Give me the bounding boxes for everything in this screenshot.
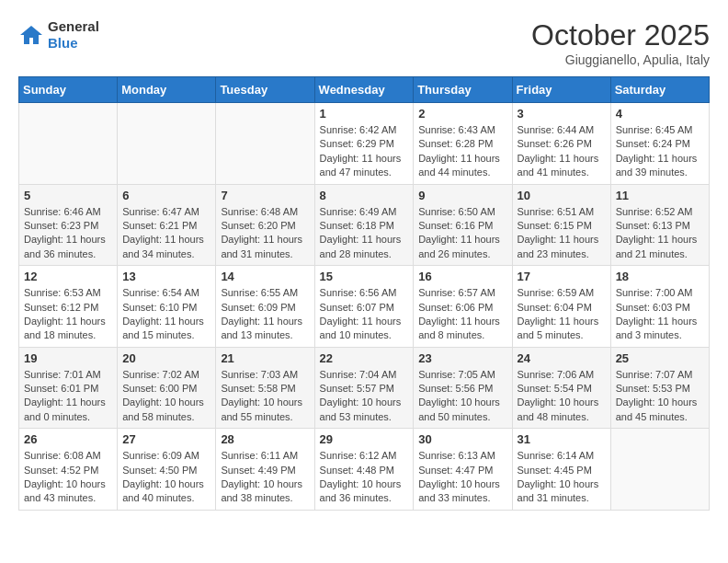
day-cell: 2Sunrise: 6:43 AM Sunset: 6:28 PM Daylig… bbox=[414, 103, 512, 185]
logo: General Blue bbox=[18, 18, 99, 52]
day-cell: 27Sunrise: 6:09 AM Sunset: 4:50 PM Dayli… bbox=[118, 429, 216, 511]
day-number: 7 bbox=[221, 189, 309, 202]
weekday-header-row: SundayMondayTuesdayWednesdayThursdayFrid… bbox=[19, 77, 710, 103]
day-info: Sunrise: 6:51 AM Sunset: 6:15 PM Dayligh… bbox=[518, 205, 606, 262]
day-info: Sunrise: 6:55 AM Sunset: 6:09 PM Dayligh… bbox=[221, 286, 309, 343]
weekday-header-friday: Friday bbox=[512, 77, 610, 103]
day-info: Sunrise: 7:00 AM Sunset: 6:03 PM Dayligh… bbox=[616, 286, 704, 343]
day-cell: 26Sunrise: 6:08 AM Sunset: 4:52 PM Dayli… bbox=[19, 429, 118, 511]
day-number: 25 bbox=[616, 351, 704, 365]
day-number: 24 bbox=[518, 351, 606, 365]
day-cell: 22Sunrise: 7:04 AM Sunset: 5:57 PM Dayli… bbox=[314, 347, 414, 429]
day-info: Sunrise: 7:06 AM Sunset: 5:54 PM Dayligh… bbox=[518, 368, 606, 425]
logo-icon bbox=[18, 22, 44, 48]
day-number: 27 bbox=[122, 432, 210, 446]
day-cell bbox=[118, 103, 216, 185]
day-info: Sunrise: 7:05 AM Sunset: 5:56 PM Dayligh… bbox=[418, 368, 506, 425]
day-cell: 18Sunrise: 7:00 AM Sunset: 6:03 PM Dayli… bbox=[610, 266, 709, 348]
day-info: Sunrise: 6:12 AM Sunset: 4:48 PM Dayligh… bbox=[320, 449, 409, 506]
week-row-1: 1Sunrise: 6:42 AM Sunset: 6:29 PM Daylig… bbox=[19, 103, 710, 185]
day-info: Sunrise: 6:09 AM Sunset: 4:50 PM Dayligh… bbox=[122, 449, 210, 506]
day-cell: 19Sunrise: 7:01 AM Sunset: 6:01 PM Dayli… bbox=[19, 347, 118, 429]
day-number: 2 bbox=[418, 107, 506, 121]
day-cell: 9Sunrise: 6:50 AM Sunset: 6:16 PM Daylig… bbox=[414, 184, 512, 266]
day-cell: 10Sunrise: 6:51 AM Sunset: 6:15 PM Dayli… bbox=[512, 184, 610, 266]
day-number: 1 bbox=[320, 107, 409, 121]
day-info: Sunrise: 6:46 AM Sunset: 6:23 PM Dayligh… bbox=[24, 205, 112, 262]
day-number: 3 bbox=[518, 107, 606, 121]
day-cell: 16Sunrise: 6:57 AM Sunset: 6:06 PM Dayli… bbox=[414, 266, 512, 348]
day-number: 8 bbox=[320, 189, 409, 202]
day-cell: 4Sunrise: 6:45 AM Sunset: 6:24 PM Daylig… bbox=[610, 103, 709, 185]
location: Giuggianello, Apulia, Italy bbox=[531, 52, 710, 67]
day-number: 30 bbox=[418, 432, 506, 446]
weekday-header-thursday: Thursday bbox=[414, 77, 512, 103]
day-cell: 1Sunrise: 6:42 AM Sunset: 6:29 PM Daylig… bbox=[314, 103, 414, 185]
day-cell: 20Sunrise: 7:02 AM Sunset: 6:00 PM Dayli… bbox=[118, 347, 216, 429]
logo-general-text: General bbox=[48, 18, 99, 35]
day-cell: 6Sunrise: 6:47 AM Sunset: 6:21 PM Daylig… bbox=[118, 184, 216, 266]
day-info: Sunrise: 6:43 AM Sunset: 6:28 PM Dayligh… bbox=[418, 123, 506, 180]
day-number: 31 bbox=[518, 432, 606, 446]
day-number: 21 bbox=[221, 351, 309, 365]
day-info: Sunrise: 6:14 AM Sunset: 4:45 PM Dayligh… bbox=[518, 449, 606, 506]
day-info: Sunrise: 6:42 AM Sunset: 6:29 PM Dayligh… bbox=[320, 123, 409, 180]
day-info: Sunrise: 6:50 AM Sunset: 6:16 PM Dayligh… bbox=[418, 205, 506, 262]
day-cell: 8Sunrise: 6:49 AM Sunset: 6:18 PM Daylig… bbox=[314, 184, 414, 266]
weekday-header-monday: Monday bbox=[118, 77, 216, 103]
day-info: Sunrise: 6:08 AM Sunset: 4:52 PM Dayligh… bbox=[24, 449, 112, 506]
day-info: Sunrise: 6:11 AM Sunset: 4:49 PM Dayligh… bbox=[221, 449, 309, 506]
day-number: 22 bbox=[320, 351, 409, 365]
day-number: 19 bbox=[24, 351, 112, 365]
day-number: 12 bbox=[24, 270, 112, 283]
day-info: Sunrise: 7:04 AM Sunset: 5:57 PM Dayligh… bbox=[320, 368, 409, 425]
day-info: Sunrise: 6:47 AM Sunset: 6:21 PM Dayligh… bbox=[122, 205, 210, 262]
day-info: Sunrise: 6:13 AM Sunset: 4:47 PM Dayligh… bbox=[418, 449, 506, 506]
day-info: Sunrise: 6:49 AM Sunset: 6:18 PM Dayligh… bbox=[320, 205, 409, 262]
day-number: 18 bbox=[616, 270, 704, 283]
day-number: 11 bbox=[616, 189, 704, 202]
day-info: Sunrise: 6:59 AM Sunset: 6:04 PM Dayligh… bbox=[518, 286, 606, 343]
day-number: 5 bbox=[24, 189, 112, 202]
day-cell: 31Sunrise: 6:14 AM Sunset: 4:45 PM Dayli… bbox=[512, 429, 610, 511]
day-cell bbox=[19, 103, 118, 185]
day-cell: 28Sunrise: 6:11 AM Sunset: 4:49 PM Dayli… bbox=[216, 429, 314, 511]
day-number: 17 bbox=[518, 270, 606, 283]
day-cell: 3Sunrise: 6:44 AM Sunset: 6:26 PM Daylig… bbox=[512, 103, 610, 185]
page-header: General Blue October 2025 Giuggianello, … bbox=[18, 18, 710, 67]
day-cell: 24Sunrise: 7:06 AM Sunset: 5:54 PM Dayli… bbox=[512, 347, 610, 429]
day-info: Sunrise: 6:54 AM Sunset: 6:10 PM Dayligh… bbox=[122, 286, 210, 343]
day-cell: 25Sunrise: 7:07 AM Sunset: 5:53 PM Dayli… bbox=[610, 347, 709, 429]
day-info: Sunrise: 6:44 AM Sunset: 6:26 PM Dayligh… bbox=[518, 123, 606, 180]
weekday-header-tuesday: Tuesday bbox=[216, 77, 314, 103]
day-cell: 23Sunrise: 7:05 AM Sunset: 5:56 PM Dayli… bbox=[414, 347, 512, 429]
day-info: Sunrise: 6:52 AM Sunset: 6:13 PM Dayligh… bbox=[616, 205, 704, 262]
day-cell: 21Sunrise: 7:03 AM Sunset: 5:58 PM Dayli… bbox=[216, 347, 314, 429]
day-number: 14 bbox=[221, 270, 309, 283]
week-row-4: 19Sunrise: 7:01 AM Sunset: 6:01 PM Dayli… bbox=[19, 347, 710, 429]
day-number: 15 bbox=[320, 270, 409, 283]
weekday-header-wednesday: Wednesday bbox=[314, 77, 414, 103]
week-row-5: 26Sunrise: 6:08 AM Sunset: 4:52 PM Dayli… bbox=[19, 429, 710, 511]
week-row-2: 5Sunrise: 6:46 AM Sunset: 6:23 PM Daylig… bbox=[19, 184, 710, 266]
week-row-3: 12Sunrise: 6:53 AM Sunset: 6:12 PM Dayli… bbox=[19, 266, 710, 348]
day-info: Sunrise: 7:03 AM Sunset: 5:58 PM Dayligh… bbox=[221, 368, 309, 425]
day-info: Sunrise: 7:01 AM Sunset: 6:01 PM Dayligh… bbox=[24, 368, 112, 425]
day-cell: 15Sunrise: 6:56 AM Sunset: 6:07 PM Dayli… bbox=[314, 266, 414, 348]
day-info: Sunrise: 7:02 AM Sunset: 6:00 PM Dayligh… bbox=[122, 368, 210, 425]
day-cell bbox=[216, 103, 314, 185]
month-title: October 2025 bbox=[531, 18, 710, 52]
day-number: 13 bbox=[122, 270, 210, 283]
day-cell: 5Sunrise: 6:46 AM Sunset: 6:23 PM Daylig… bbox=[19, 184, 118, 266]
day-number: 26 bbox=[24, 432, 112, 446]
day-info: Sunrise: 6:48 AM Sunset: 6:20 PM Dayligh… bbox=[221, 205, 309, 262]
day-cell: 17Sunrise: 6:59 AM Sunset: 6:04 PM Dayli… bbox=[512, 266, 610, 348]
day-cell: 7Sunrise: 6:48 AM Sunset: 6:20 PM Daylig… bbox=[216, 184, 314, 266]
day-cell: 11Sunrise: 6:52 AM Sunset: 6:13 PM Dayli… bbox=[610, 184, 709, 266]
day-cell: 30Sunrise: 6:13 AM Sunset: 4:47 PM Dayli… bbox=[414, 429, 512, 511]
day-number: 10 bbox=[518, 189, 606, 202]
day-info: Sunrise: 7:07 AM Sunset: 5:53 PM Dayligh… bbox=[616, 368, 704, 425]
day-cell: 12Sunrise: 6:53 AM Sunset: 6:12 PM Dayli… bbox=[19, 266, 118, 348]
day-cell: 13Sunrise: 6:54 AM Sunset: 6:10 PM Dayli… bbox=[118, 266, 216, 348]
day-cell: 29Sunrise: 6:12 AM Sunset: 4:48 PM Dayli… bbox=[314, 429, 414, 511]
